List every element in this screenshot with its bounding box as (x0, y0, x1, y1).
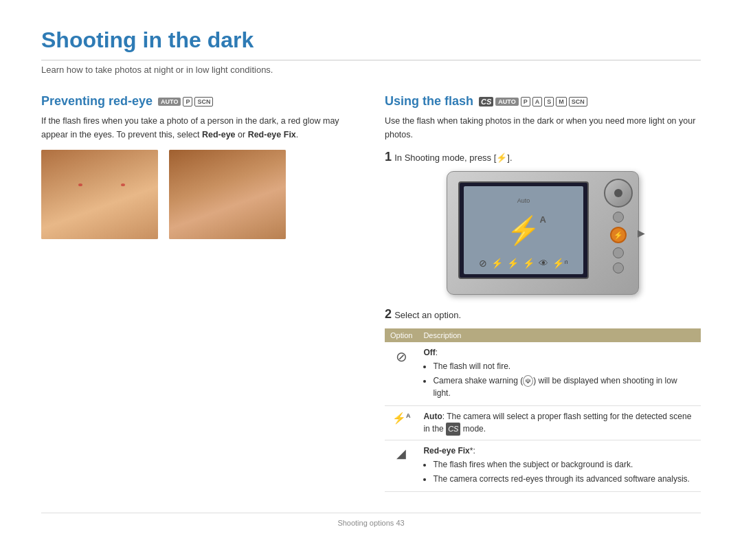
badge-p: P (183, 97, 192, 107)
step1: 1 In Shooting mode, press [⚡]. (385, 150, 701, 164)
icon-eye: 👁 (539, 258, 548, 269)
using-flash-title: Using the flash CS AUTO P A S M SCN (385, 94, 701, 109)
badge-p-r: P (521, 97, 530, 107)
left-section: Preventing red-eye AUTO P SCN If the fla… (41, 94, 357, 492)
photo-without-redeye (169, 150, 286, 239)
small-btn-3 (613, 262, 624, 273)
icon-cs: ⚡ (491, 258, 503, 269)
desc-auto: Auto: The camera will select a proper fl… (418, 406, 701, 440)
small-btn-2 (613, 247, 624, 258)
flash-description: Use the flash when taking photos in the … (385, 114, 701, 142)
flash-symbol: ⚡ A (506, 214, 541, 247)
badge-scn-r: SCN (569, 97, 587, 107)
col-description: Description (418, 328, 701, 342)
preventing-redeye-title: Preventing red-eye AUTO P SCN (41, 94, 357, 109)
camera-controls: ⚡ (604, 179, 633, 273)
off-bullet-2: Camera shake warning (☫) will be display… (433, 374, 695, 399)
off-icon: ⊘ (396, 349, 407, 364)
badge-auto-r: AUTO (495, 98, 518, 106)
page-footer: Shooting options 43 (41, 513, 701, 527)
flash-side-button: ⚡ (610, 227, 627, 243)
camera-diagram: Auto ⚡ A ⊘ ⚡ ⚡ ⚡ 👁 ⚡ⁿ (385, 171, 701, 295)
icon-redeye-cell: ◢ (385, 440, 418, 491)
icon-off-cell: ⊘ (385, 342, 418, 406)
option-redeye-label: Red-eye Fix (423, 446, 469, 456)
icon-redeye: ⚡ⁿ (552, 258, 567, 269)
badge-cs: CS (479, 97, 493, 107)
red-eye-left (78, 183, 82, 186)
icon-auto-cell: ⚡A (385, 406, 418, 440)
auto-label: Auto (517, 197, 530, 204)
step2: 2 Select an option. (385, 307, 701, 322)
option-off-label: Off (423, 348, 435, 357)
camera-screen: Auto ⚡ A ⊘ ⚡ ⚡ ⚡ 👁 ⚡ⁿ (458, 181, 589, 279)
mode-badges-right: CS AUTO P A S M SCN (479, 97, 587, 107)
auto-flash-icon: ⚡A (392, 410, 411, 427)
right-section: Using the flash CS AUTO P A S M SCN Use … (385, 94, 701, 492)
table-row-redeye: ◢ Red-eye Fix*: The flash fires when the… (385, 440, 701, 491)
page-title: Shooting in the dark (41, 27, 701, 60)
redeye-description: If the flash fires when you take a photo… (41, 114, 357, 142)
off-bullets: The flash will not fire. Camera shake wa… (423, 360, 695, 399)
mode-badges-left: AUTO P SCN (158, 97, 213, 107)
badge-scn: SCN (194, 97, 213, 107)
side-arrow: ▶ (638, 227, 645, 238)
example-photos (41, 150, 357, 239)
option-auto-label: Auto (423, 412, 442, 421)
badge-auto: AUTO (158, 98, 181, 106)
icon-auto: ⚡ (507, 258, 519, 269)
cs-mode-icon: CS (446, 423, 460, 436)
small-btn-1 (613, 212, 624, 223)
options-table: Option Description ⊘ Off: The flash will… (385, 328, 701, 492)
badge-m-r: M (556, 97, 567, 107)
red-eye-right (121, 183, 125, 186)
redeye-bullet-1: The flash fires when the subject or back… (433, 458, 695, 471)
photo-with-redeye (41, 150, 158, 239)
desc-redeye: Red-eye Fix*: The flash fires when the s… (418, 440, 701, 491)
camera-body: Auto ⚡ A ⊘ ⚡ ⚡ ⚡ 👁 ⚡ⁿ (447, 171, 639, 295)
table-row-off: ⊘ Off: The flash will not fire. Camera s… (385, 342, 701, 406)
table-row-auto: ⚡A Auto: The camera will select a proper… (385, 406, 701, 440)
mode-dial (604, 179, 633, 208)
redeye-fix-icon: ◢ (396, 447, 406, 460)
screen-bottom-icons: ⊘ ⚡ ⚡ ⚡ 👁 ⚡ⁿ (479, 258, 567, 269)
shake-icon: ☫ (523, 375, 533, 387)
screen-inner: Auto ⚡ A ⊘ ⚡ ⚡ ⚡ 👁 ⚡ⁿ (464, 186, 583, 274)
badge-s-r: S (544, 97, 554, 107)
flash-side-icon: ⚡ (614, 231, 623, 240)
dial-center (614, 189, 622, 197)
redeye-bullets: The flash fires when the subject or back… (423, 458, 695, 485)
desc-off: Off: The flash will not fire. Camera sha… (418, 342, 701, 406)
icon-off: ⊘ (479, 258, 487, 269)
off-bullet-1: The flash will not fire. (433, 360, 695, 372)
col-option: Option (385, 328, 418, 342)
icon-flash: ⚡ (523, 258, 535, 269)
redeye-bullet-2: The camera corrects red-eyes through its… (433, 473, 695, 485)
badge-a-r: A (532, 97, 543, 107)
page-subtitle: Learn how to take photos at night or in … (41, 65, 701, 75)
